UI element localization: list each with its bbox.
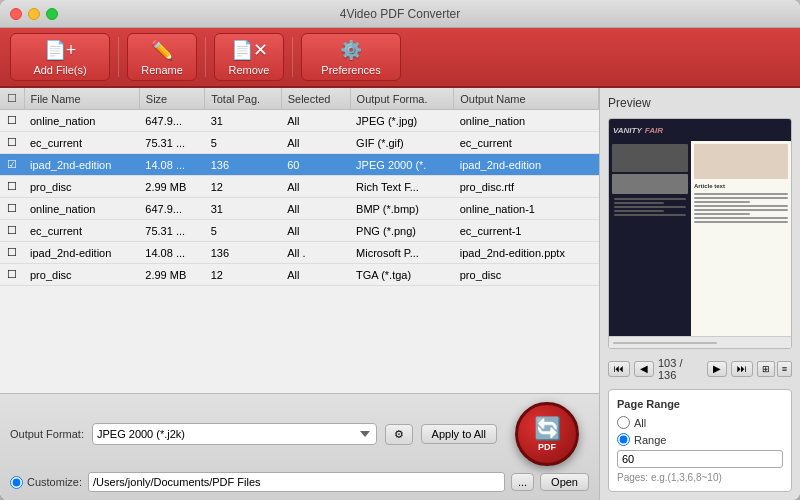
convert-icon: 🔄: [534, 416, 561, 442]
close-button[interactable]: [10, 8, 22, 20]
row-output: pro_disc.rtf: [454, 176, 599, 198]
add-files-button[interactable]: 📄+ Add File(s): [10, 33, 110, 81]
view-grid-button[interactable]: ⊞: [757, 361, 775, 377]
row-size: 2.99 MB: [139, 176, 204, 198]
col-header-size[interactable]: Size: [139, 88, 204, 110]
table-row[interactable]: ☐ online_nation 647.9... 31 All JPEG (*.…: [0, 110, 599, 132]
row-check[interactable]: ☐: [0, 264, 24, 286]
row-check[interactable]: ☐: [0, 110, 24, 132]
row-check[interactable]: ☐: [0, 176, 24, 198]
rename-icon: ✏️: [151, 39, 173, 61]
row-format: Microsoft P...: [350, 242, 454, 264]
mag-right-line-5: [694, 209, 788, 211]
row-filename: online_nation: [24, 198, 139, 220]
table-row[interactable]: ☐ online_nation 647.9... 31 All BMP (*.b…: [0, 198, 599, 220]
row-size: 14.08 ...: [139, 154, 204, 176]
row-filename: ipad_2nd-edition: [24, 154, 139, 176]
mag-left-col: [609, 141, 691, 336]
files-table: ☐ File Name Size Total Pag. Selected Out…: [0, 88, 599, 286]
folder-path-input[interactable]: [88, 472, 505, 492]
row-total: 12: [205, 176, 281, 198]
nav-last-button[interactable]: ⏭: [731, 361, 753, 377]
mag-right-line-7: [694, 217, 788, 219]
row-filename: ec_current: [24, 132, 139, 154]
output-folder-row: Customize: ... Open: [10, 472, 589, 492]
rename-button[interactable]: ✏️ Rename: [127, 33, 197, 81]
row-format: JPEG 2000 (*.: [350, 154, 454, 176]
preferences-button[interactable]: ⚙️ Preferences: [301, 33, 401, 81]
col-header-format[interactable]: Output Forma.: [350, 88, 454, 110]
format-settings-button[interactable]: ⚙: [385, 424, 413, 445]
row-size: 647.9...: [139, 198, 204, 220]
row-check[interactable]: ☐: [0, 220, 24, 242]
col-header-total[interactable]: Total Pag.: [205, 88, 281, 110]
row-total: 5: [205, 220, 281, 242]
remove-label: Remove: [229, 64, 270, 76]
col-header-filename[interactable]: File Name: [24, 88, 139, 110]
range-input[interactable]: [617, 450, 783, 468]
table-row[interactable]: ☐ ec_current 75.31 ... 5 All GIF (*.gif)…: [0, 132, 599, 154]
mag-line-1: [614, 198, 686, 200]
row-total: 12: [205, 264, 281, 286]
row-size: 647.9...: [139, 110, 204, 132]
row-check[interactable]: ☐: [0, 132, 24, 154]
convert-button[interactable]: 🔄 PDF: [515, 402, 579, 466]
minimize-button[interactable]: [28, 8, 40, 20]
row-output: online_nation-1: [454, 198, 599, 220]
page-total: 136: [658, 369, 676, 381]
customize-radio-label: Customize:: [10, 476, 82, 489]
table-row[interactable]: ☐ ipad_2nd-edition 14.08 ... 136 All . M…: [0, 242, 599, 264]
range-label: Range: [634, 434, 666, 446]
file-table[interactable]: ☐ File Name Size Total Pag. Selected Out…: [0, 88, 599, 393]
window-title: 4Video PDF Converter: [340, 7, 461, 21]
remove-button[interactable]: 📄✕ Remove: [214, 33, 284, 81]
table-row[interactable]: ☑ ipad_2nd-edition 14.08 ... 136 60 JPEG…: [0, 154, 599, 176]
page-separator: /: [679, 357, 682, 369]
format-select[interactable]: JPEG 2000 (*.j2k): [92, 423, 377, 445]
open-button[interactable]: Open: [540, 473, 589, 491]
file-list-panel: ☐ File Name Size Total Pag. Selected Out…: [0, 88, 600, 500]
customize-radio[interactable]: [10, 476, 23, 489]
col-header-selected[interactable]: Selected: [281, 88, 350, 110]
mag-right-lines: [694, 193, 788, 333]
maximize-button[interactable]: [46, 8, 58, 20]
all-radio[interactable]: [617, 416, 630, 429]
row-check[interactable]: ☐: [0, 242, 24, 264]
browse-button[interactable]: ...: [511, 473, 534, 491]
col-header-check: ☐: [0, 88, 24, 110]
row-format: TGA (*.tga): [350, 264, 454, 286]
table-row[interactable]: ☐ ec_current 75.31 ... 5 All PNG (*.png)…: [0, 220, 599, 242]
table-row[interactable]: ☐ pro_disc 2.99 MB 12 All Rich Text F...…: [0, 176, 599, 198]
row-format: BMP (*.bmp): [350, 198, 454, 220]
row-selected: All .: [281, 242, 350, 264]
all-label: All: [634, 417, 646, 429]
main-window: 4Video PDF Converter 📄+ Add File(s) ✏️ R…: [0, 0, 800, 500]
row-size: 14.08 ...: [139, 242, 204, 264]
row-format: JPEG (*.jpg): [350, 110, 454, 132]
mag-right-img: [694, 144, 788, 179]
nav-next-button[interactable]: ▶: [707, 361, 727, 377]
row-check[interactable]: ☐: [0, 198, 24, 220]
range-radio[interactable]: [617, 433, 630, 446]
row-total: 136: [205, 154, 281, 176]
output-format-row: Output Format: JPEG 2000 (*.j2k) ⚙ Apply…: [10, 402, 589, 466]
mag-right-line-6: [694, 213, 750, 215]
row-output: ec_current-1: [454, 220, 599, 242]
view-list-button[interactable]: ≡: [777, 361, 792, 377]
view-mode-buttons: ⊞ ≡: [757, 361, 792, 377]
nav-first-button[interactable]: ⏮: [608, 361, 630, 377]
preview-nav: ⏮ ◀ 103 / 136 ▶ ⏭ ⊞ ≡: [608, 357, 792, 381]
apply-all-button[interactable]: Apply to All: [421, 424, 497, 444]
mag-img-2: [612, 174, 688, 194]
row-total: 5: [205, 132, 281, 154]
table-row[interactable]: ☐ pro_disc 2.99 MB 12 All TGA (*.tga) pr…: [0, 264, 599, 286]
mag-title-fair: FAIR: [645, 126, 663, 135]
row-total: 136: [205, 242, 281, 264]
mag-img-1: [612, 144, 688, 172]
col-header-output[interactable]: Output Name: [454, 88, 599, 110]
page-range-all-option: All: [617, 416, 783, 429]
row-selected: 60: [281, 154, 350, 176]
nav-prev-button[interactable]: ◀: [634, 361, 654, 377]
row-check[interactable]: ☑: [0, 154, 24, 176]
mag-footer-line: [613, 342, 717, 344]
